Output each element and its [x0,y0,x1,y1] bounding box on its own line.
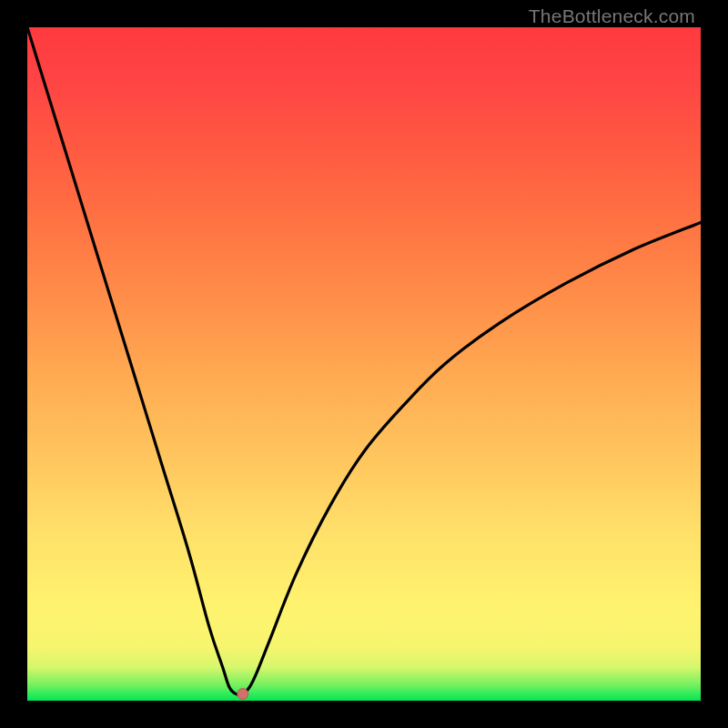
curve-svg [27,27,701,701]
plot-area [27,27,701,701]
watermark-text: TheBottleneck.com [529,5,695,27]
bottleneck-curve [27,27,701,695]
chart-frame: TheBottleneck.com [0,0,728,728]
optimum-marker [238,689,248,700]
